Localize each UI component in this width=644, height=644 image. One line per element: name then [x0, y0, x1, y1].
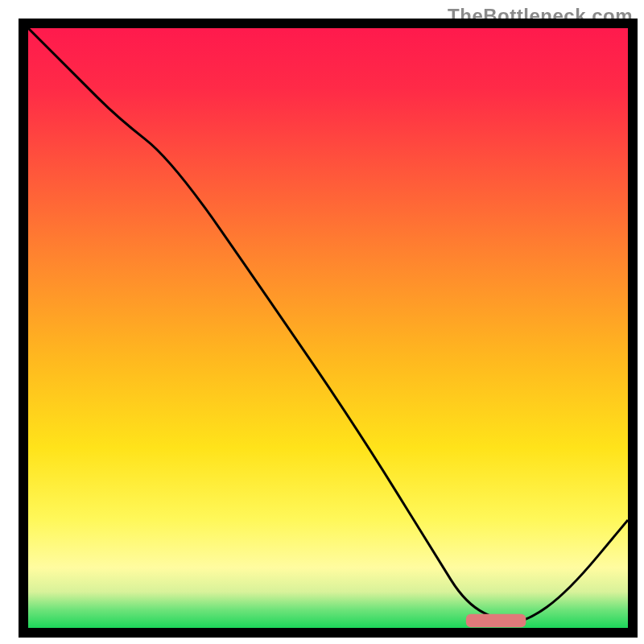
chart-container: TheBottleneck.com	[0, 0, 644, 644]
optimal-range-marker	[466, 614, 526, 627]
bottleneck-chart	[0, 0, 644, 644]
